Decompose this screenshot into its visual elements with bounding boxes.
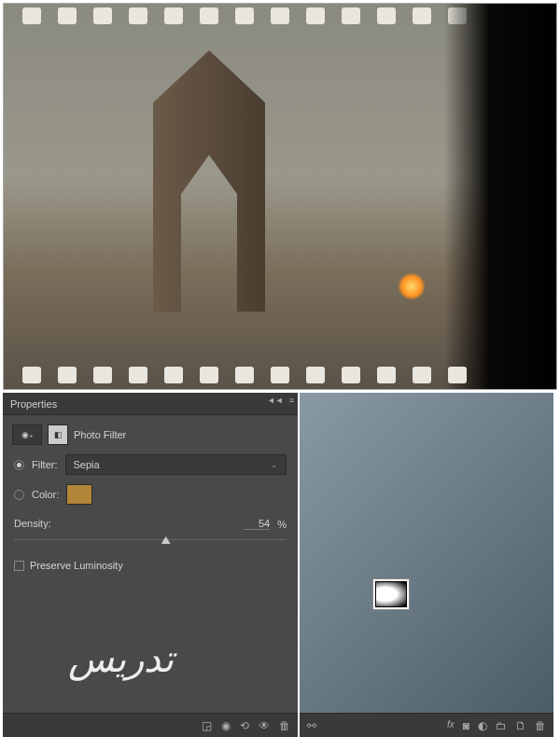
properties-title: Properties: [10, 398, 57, 410]
panel-collapse-icon[interactable]: ◄◄: [267, 396, 284, 405]
layer-list: 👁 Film Texture 07 👁 ◉₊ Photo Filte... 👁 …: [300, 494, 553, 663]
layer-thumbnail[interactable]: [326, 578, 367, 610]
density-value[interactable]: 54: [244, 518, 270, 530]
adjustment-camera-icon: ◉₊: [12, 424, 42, 445]
filter-value: Sepia: [74, 459, 100, 470]
filter-radio[interactable]: [14, 460, 24, 470]
panel-menu-icon[interactable]: ≡: [289, 396, 294, 405]
color-radio[interactable]: [14, 490, 24, 500]
new-group-icon[interactable]: 🗀: [496, 719, 507, 732]
density-slider[interactable]: [14, 534, 287, 547]
watermark-logo: تدریس: [68, 637, 174, 681]
properties-panel: ◄◄ ≡ Properties ◉₊ ◧ Photo Filter Filter…: [3, 393, 298, 737]
link-layers-icon[interactable]: ⚯: [307, 719, 316, 732]
color-swatch[interactable]: [66, 484, 92, 505]
adjustment-name: Photo Filter: [74, 429, 126, 440]
clip-to-layer-icon[interactable]: ◲: [202, 719, 212, 732]
view-previous-icon[interactable]: ◉: [221, 719, 231, 732]
slider-thumb[interactable]: [161, 536, 171, 544]
density-label[interactable]: Density:: [14, 518, 51, 530]
density-unit: %: [277, 519, 287, 530]
reset-icon[interactable]: ⟲: [240, 719, 249, 732]
adjustment-mask-icon[interactable]: ◧: [48, 424, 68, 445]
film-dark-edge: [444, 4, 556, 389]
filter-dropdown[interactable]: Sepia ⌄: [65, 454, 287, 475]
layer-mask-thumbnail[interactable]: [372, 578, 410, 610]
bridge-photo: [41, 50, 444, 361]
film-texture: [4, 4, 556, 389]
canvas-preview[interactable]: [3, 3, 557, 390]
bridge-tower: [153, 50, 265, 312]
layer-row[interactable]: 👁 Layer 0 ⊙⌃: [300, 573, 553, 616]
sun-flare: [398, 272, 426, 300]
layers-panel: ◄◄ ≡ Layers 🔍 Kind ⌄ ▭ ◐ T ▱ 🖻 ⏻ Normal: [300, 393, 553, 737]
preserve-luminosity-label: Preserve Luminosity: [30, 560, 123, 571]
new-layer-icon[interactable]: 🗋: [515, 719, 526, 732]
preserve-luminosity-checkbox[interactable]: [14, 561, 24, 571]
color-label: Color:: [32, 489, 59, 500]
properties-tab[interactable]: Properties: [3, 393, 298, 415]
toggle-visibility-icon[interactable]: 👁: [259, 719, 270, 732]
sprocket-holes-bottom: [22, 367, 556, 385]
delete-adjustment-icon[interactable]: 🗑: [279, 719, 290, 732]
delete-layer-icon[interactable]: 🗑: [535, 719, 546, 732]
layer-effects-icon[interactable]: fx: [447, 719, 455, 732]
new-adjustment-icon[interactable]: ◐: [478, 719, 487, 732]
chevron-down-icon: ⌄: [271, 460, 278, 469]
filter-label: Filter:: [32, 459, 58, 470]
add-mask-icon[interactable]: ◙: [463, 719, 469, 732]
